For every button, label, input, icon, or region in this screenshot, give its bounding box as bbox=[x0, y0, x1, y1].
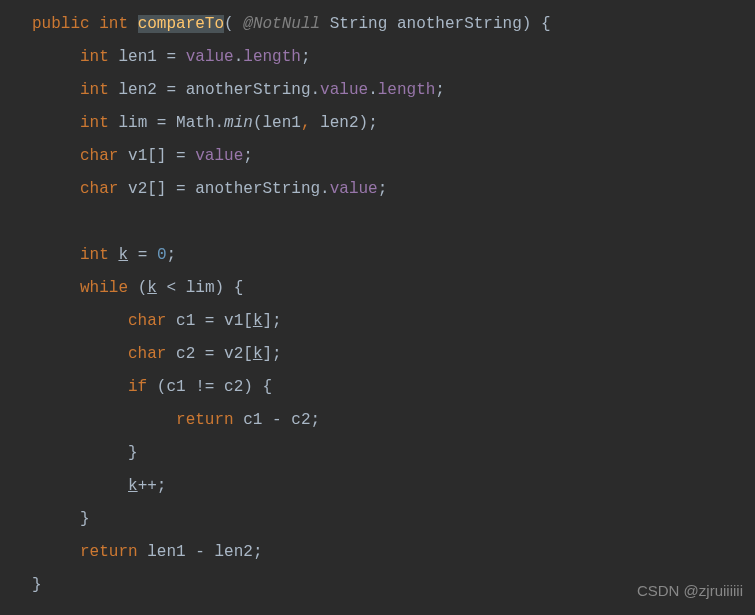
operator: = bbox=[176, 147, 186, 165]
comma: , bbox=[301, 114, 311, 132]
variable: len2 bbox=[214, 543, 252, 561]
variable: len1 bbox=[147, 543, 185, 561]
paren: ( bbox=[157, 378, 167, 396]
dot: . bbox=[234, 48, 244, 66]
bracket: ] bbox=[262, 312, 272, 330]
keyword-return: return bbox=[80, 543, 138, 561]
code-line: char c1 = v1[k]; bbox=[32, 305, 755, 338]
keyword-int: int bbox=[80, 48, 109, 66]
paren: ( bbox=[138, 279, 148, 297]
variable: v1 bbox=[224, 312, 243, 330]
field: value bbox=[330, 180, 378, 198]
bracket: [ bbox=[243, 345, 253, 363]
variable: v2 bbox=[224, 345, 243, 363]
paren: ) bbox=[215, 279, 225, 297]
variable: v1 bbox=[128, 147, 147, 165]
code-line: return len1 - len2; bbox=[32, 536, 755, 569]
keyword-if: if bbox=[128, 378, 147, 396]
keyword-public: public bbox=[32, 15, 90, 33]
variable: len1 bbox=[263, 114, 301, 132]
brackets: [] bbox=[147, 147, 166, 165]
code-editor[interactable]: public int compareTo( @NotNull String an… bbox=[0, 0, 755, 602]
variable: v2 bbox=[128, 180, 147, 198]
keyword-int: int bbox=[80, 246, 109, 264]
keyword-char: char bbox=[80, 180, 118, 198]
brace: { bbox=[262, 378, 272, 396]
paren: ( bbox=[253, 114, 263, 132]
code-line bbox=[32, 206, 755, 239]
operator: < bbox=[166, 279, 176, 297]
semi: ; bbox=[435, 81, 445, 99]
keyword-int: int bbox=[99, 15, 128, 33]
variable: len2 bbox=[118, 81, 156, 99]
param-name: anotherString bbox=[397, 15, 522, 33]
code-line: public int compareTo( @NotNull String an… bbox=[32, 8, 755, 41]
field: length bbox=[378, 81, 436, 99]
paren: ) bbox=[522, 15, 532, 33]
variable: c1 bbox=[176, 312, 195, 330]
keyword-int: int bbox=[80, 114, 109, 132]
keyword-char: char bbox=[128, 312, 166, 330]
operator: - bbox=[195, 543, 205, 561]
annotation: @NotNull bbox=[243, 15, 320, 33]
operator: = bbox=[176, 180, 186, 198]
method-call: min bbox=[224, 114, 253, 132]
semi: ; bbox=[157, 477, 167, 495]
variable: anotherString bbox=[186, 81, 311, 99]
brace: { bbox=[234, 279, 244, 297]
operator: - bbox=[272, 411, 282, 429]
keyword-while: while bbox=[80, 279, 128, 297]
variable: c2 bbox=[176, 345, 195, 363]
variable: c2 bbox=[291, 411, 310, 429]
field: length bbox=[243, 48, 301, 66]
semi: ; bbox=[301, 48, 311, 66]
code-line: char c2 = v2[k]; bbox=[32, 338, 755, 371]
code-line: int len2 = anotherString.value.length; bbox=[32, 74, 755, 107]
keyword-return: return bbox=[176, 411, 234, 429]
code-line: return c1 - c2; bbox=[32, 404, 755, 437]
code-line: int lim = Math.min(len1, len2); bbox=[32, 107, 755, 140]
paren: ) bbox=[359, 114, 369, 132]
variable: len2 bbox=[320, 114, 358, 132]
operator: ++ bbox=[138, 477, 157, 495]
operator: = bbox=[166, 81, 176, 99]
semi: ; bbox=[272, 312, 282, 330]
brace: } bbox=[80, 510, 90, 528]
code-line: while (k < lim) { bbox=[32, 272, 755, 305]
operator: = bbox=[205, 345, 215, 363]
keyword-char: char bbox=[80, 147, 118, 165]
param-type: String bbox=[330, 15, 388, 33]
code-line: char v1[] = value; bbox=[32, 140, 755, 173]
dot: . bbox=[311, 81, 321, 99]
brace: { bbox=[541, 15, 551, 33]
variable: lim bbox=[186, 279, 215, 297]
bracket: [ bbox=[243, 312, 253, 330]
class-name: Math bbox=[176, 114, 214, 132]
brace: } bbox=[32, 576, 42, 594]
variable: c1 bbox=[166, 378, 185, 396]
operator: = bbox=[205, 312, 215, 330]
bracket: ] bbox=[262, 345, 272, 363]
variable: k bbox=[128, 477, 138, 495]
paren: ) bbox=[243, 378, 253, 396]
semi: ; bbox=[253, 543, 263, 561]
field: value bbox=[195, 147, 243, 165]
watermark: CSDN @zjruiiiiii bbox=[637, 574, 743, 607]
code-line: k++; bbox=[32, 470, 755, 503]
dot: . bbox=[320, 180, 330, 198]
variable: c2 bbox=[224, 378, 243, 396]
code-line: if (c1 != c2) { bbox=[32, 371, 755, 404]
variable: c1 bbox=[243, 411, 262, 429]
operator: != bbox=[195, 378, 214, 396]
variable: len1 bbox=[118, 48, 156, 66]
variable: k bbox=[147, 279, 157, 297]
keyword-int: int bbox=[80, 81, 109, 99]
field: value bbox=[320, 81, 368, 99]
operator: = bbox=[138, 246, 148, 264]
semi: ; bbox=[243, 147, 253, 165]
semi: ; bbox=[310, 411, 320, 429]
code-line: int len1 = value.length; bbox=[32, 41, 755, 74]
code-line: char v2[] = anotherString.value; bbox=[32, 173, 755, 206]
paren: ( bbox=[224, 15, 234, 33]
semi: ; bbox=[368, 114, 378, 132]
